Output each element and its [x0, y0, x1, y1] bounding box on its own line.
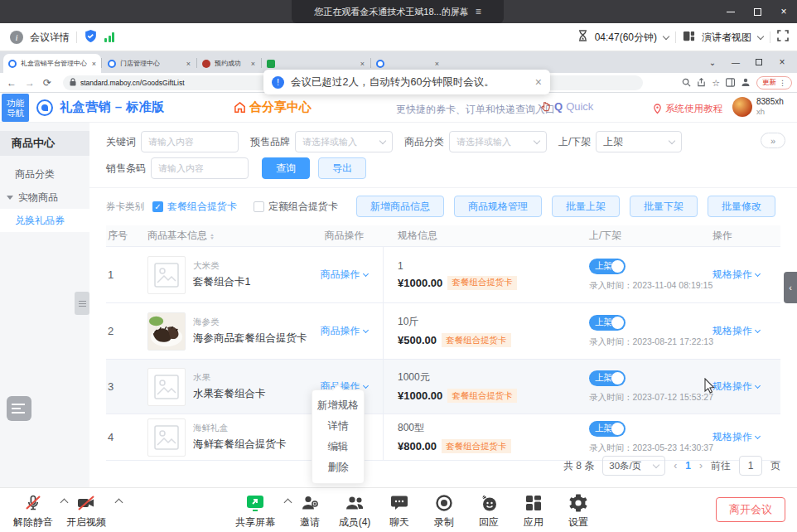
- tab-search-caret-icon[interactable]: ⌄: [701, 58, 724, 67]
- checkbox-label-fixed-card[interactable]: 定额组合提货卡: [268, 200, 338, 214]
- timer-caret-icon[interactable]: [663, 32, 669, 39]
- sidebar-item-gift-voucher[interactable]: 兑换礼品券: [0, 209, 89, 232]
- settings-button[interactable]: 设置: [552, 493, 605, 530]
- spec-op-dropdown[interactable]: 规格操作: [712, 430, 780, 444]
- fullscreen-icon[interactable]: [777, 30, 789, 45]
- username: 8385xh: [756, 97, 784, 107]
- floating-list-button[interactable]: [7, 396, 31, 421]
- barcode-input[interactable]: [151, 157, 249, 179]
- shelf-select[interactable]: 上架: [596, 131, 682, 152]
- quick-entry[interactable]: Q Quick: [540, 100, 593, 113]
- reload-icon[interactable]: ⟳: [43, 77, 51, 89]
- keyword-input[interactable]: [141, 131, 239, 152]
- share-screen-button[interactable]: 共享屏幕: [229, 493, 282, 530]
- toast-close-icon[interactable]: ×: [535, 75, 542, 89]
- network-signal-icon[interactable]: [104, 32, 114, 42]
- tab-close-icon[interactable]: ×: [360, 60, 365, 68]
- tutorial-label: 系统使用教程: [665, 103, 722, 115]
- goto-page-input[interactable]: [739, 456, 762, 476]
- row-no: 1: [106, 268, 147, 281]
- tutorial-link[interactable]: 系统使用教程: [653, 103, 722, 115]
- start-video-button[interactable]: 开启视频: [60, 493, 113, 530]
- profile-icon[interactable]: [741, 75, 751, 90]
- checkbox-unchecked-icon[interactable]: [254, 201, 264, 212]
- browser-close-button[interactable]: ×: [770, 56, 794, 68]
- shelf-toggle[interactable]: 上架: [589, 315, 626, 331]
- chrome-update-button[interactable]: 更新 ⋮: [756, 76, 792, 89]
- unmute-button[interactable]: 解除静音: [7, 493, 60, 530]
- sort-icon[interactable]: ▲▼: [210, 233, 215, 239]
- search-button[interactable]: 查询: [262, 157, 310, 179]
- user-block[interactable]: 8385xh xh: [732, 97, 784, 117]
- close-button[interactable]: ×: [770, 0, 797, 23]
- checkbox-checked-icon[interactable]: ✓: [152, 201, 163, 212]
- button-label: 录制: [434, 515, 454, 530]
- shelf-toggle[interactable]: 上架: [589, 259, 626, 274]
- batch-off-shelf-button[interactable]: 批量下架: [630, 196, 698, 217]
- watching-title: 您正在观看金禾通技术王斌18...的屏幕: [314, 6, 468, 18]
- browser-maximize-button[interactable]: [747, 58, 770, 67]
- tab-close-icon[interactable]: ×: [435, 60, 439, 68]
- spec-op-dropdown[interactable]: 规格操作: [712, 324, 780, 338]
- url-text: standard.maboy.cn/GoodsGiftList: [80, 79, 185, 87]
- view-caret-icon[interactable]: [757, 32, 764, 39]
- meeting-details-link[interactable]: 会议详情: [30, 31, 70, 45]
- info-bang-icon: !: [272, 76, 284, 89]
- spec-op-dropdown[interactable]: 规格操作: [712, 268, 780, 282]
- sidebar-collapse-handle[interactable]: [75, 292, 89, 315]
- current-page[interactable]: 1: [685, 460, 691, 472]
- browser-tab-3[interactable]: 预约成功 ×: [197, 54, 260, 73]
- tab-close-icon[interactable]: ×: [251, 60, 255, 68]
- zoom-search-icon[interactable]: [682, 75, 691, 90]
- col-product-info[interactable]: 商品基本信息 ▲▼: [147, 225, 305, 246]
- product-op-dropdown[interactable]: 商品操作: [321, 268, 368, 282]
- side-panel-icon[interactable]: [726, 75, 735, 90]
- leave-meeting-button[interactable]: 离开会议: [716, 497, 785, 522]
- add-product-button[interactable]: 新增商品信息: [356, 196, 444, 217]
- menu-item-delete[interactable]: 删除: [312, 457, 364, 478]
- sidebar-item-physical-goods[interactable]: 实物商品: [0, 186, 89, 209]
- shelf-toggle[interactable]: 上架: [589, 421, 626, 437]
- view-mode-selector[interactable]: 演讲者视图: [702, 31, 751, 45]
- batch-on-shelf-button[interactable]: 批量上架: [552, 196, 620, 217]
- sidebar-section-product-center[interactable]: 商品中心: [0, 131, 89, 156]
- maximize-button[interactable]: [744, 0, 770, 23]
- product-op-dropdown[interactable]: 商品操作: [321, 324, 368, 338]
- menu-item-add-spec[interactable]: 新增规格: [312, 395, 364, 416]
- bookmark-star-icon[interactable]: ☆: [712, 78, 720, 89]
- menu-item-edit[interactable]: 编辑: [312, 437, 364, 457]
- page-size-select[interactable]: 30条/页: [602, 456, 665, 476]
- meeting-toast: ! 会议已超过2人，自动转为60分钟限时会议。 ×: [263, 70, 550, 94]
- spec-manage-button[interactable]: 商品规格管理: [454, 196, 542, 217]
- banner-menu-icon[interactable]: ≡: [476, 6, 481, 17]
- export-button[interactable]: 导出: [318, 157, 366, 179]
- video-options-caret-icon[interactable]: [115, 499, 123, 507]
- right-panel-collapse-tab[interactable]: ‹: [784, 272, 797, 303]
- security-shield-icon[interactable]: [84, 29, 98, 46]
- function-nav-toggle[interactable]: 功能 导航: [2, 94, 29, 122]
- tab-close-icon[interactable]: ×: [92, 60, 96, 68]
- mouse-cursor: [704, 378, 715, 397]
- share-center-link[interactable]: 合分享中心: [234, 99, 312, 115]
- back-icon[interactable]: ←: [7, 77, 17, 89]
- menu-item-detail[interactable]: 详情: [312, 416, 364, 437]
- brand-select[interactable]: 请选择或输入: [295, 131, 393, 152]
- sidebar-item-product-category[interactable]: 商品分类: [0, 162, 89, 186]
- tab-divider: [370, 58, 371, 68]
- minimize-button[interactable]: [717, 0, 744, 23]
- forward-icon[interactable]: →: [25, 77, 35, 89]
- share-icon[interactable]: [697, 75, 706, 90]
- checkbox-label-combo-card[interactable]: 套餐组合提货卡: [167, 200, 237, 214]
- shelf-toggle[interactable]: 上架: [589, 370, 626, 386]
- category-select[interactable]: 请选择或输入: [449, 131, 547, 152]
- browser-tab-2[interactable]: 门店管理中心 ×: [103, 54, 196, 73]
- spec-op-dropdown[interactable]: 规格操作: [712, 380, 780, 394]
- next-page-icon[interactable]: ›: [699, 460, 703, 472]
- prev-page-icon[interactable]: ‹: [674, 460, 677, 472]
- filters-expand-button[interactable]: »: [761, 133, 785, 148]
- batch-edit-button[interactable]: 批量修改: [708, 196, 775, 217]
- tab-close-icon[interactable]: ×: [186, 60, 191, 68]
- product-image-placeholder: [147, 256, 186, 294]
- browser-minimize-button[interactable]: —: [724, 58, 747, 67]
- browser-tab-1[interactable]: 礼盒营销平台管理中心 ×: [3, 54, 101, 73]
